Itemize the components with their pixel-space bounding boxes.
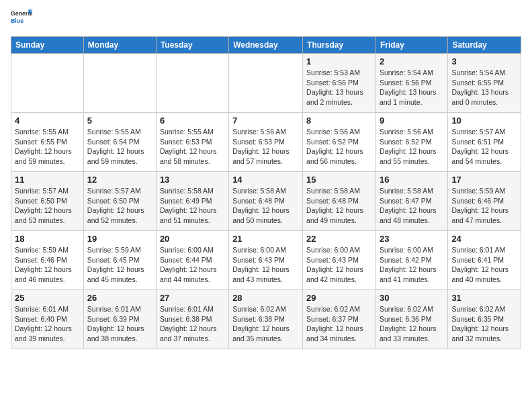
day-number: 11 (15, 175, 80, 185)
day-header-tuesday: Tuesday (156, 37, 228, 54)
calendar-cell: 22Sunrise: 6:00 AM Sunset: 6:43 PM Dayli… (303, 231, 376, 290)
day-number: 7 (232, 116, 299, 126)
day-info: Sunrise: 6:02 AM Sunset: 6:36 PM Dayligh… (380, 304, 444, 344)
day-number: 15 (306, 175, 372, 185)
day-info: Sunrise: 6:00 AM Sunset: 6:43 PM Dayligh… (232, 245, 299, 285)
day-number: 20 (160, 234, 225, 244)
day-number: 26 (87, 293, 152, 303)
day-number: 19 (87, 234, 152, 244)
calendar-cell (11, 54, 84, 113)
calendar-cell: 18Sunrise: 5:59 AM Sunset: 6:46 PM Dayli… (11, 231, 84, 290)
day-number: 8 (306, 116, 372, 126)
day-info: Sunrise: 6:01 AM Sunset: 6:41 PM Dayligh… (451, 245, 517, 285)
calendar-cell: 20Sunrise: 6:00 AM Sunset: 6:44 PM Dayli… (156, 231, 228, 290)
day-header-thursday: Thursday (303, 37, 376, 54)
day-number: 1 (306, 56, 372, 66)
calendar-cell: 27Sunrise: 6:01 AM Sunset: 6:38 PM Dayli… (156, 290, 228, 349)
calendar-cell: 1Sunrise: 5:53 AM Sunset: 6:56 PM Daylig… (303, 54, 376, 113)
day-info: Sunrise: 6:02 AM Sunset: 6:38 PM Dayligh… (232, 304, 299, 344)
calendar-cell: 2Sunrise: 5:54 AM Sunset: 6:56 PM Daylig… (375, 54, 447, 113)
day-info: Sunrise: 6:02 AM Sunset: 6:35 PM Dayligh… (451, 304, 517, 344)
day-number: 2 (380, 56, 444, 66)
day-info: Sunrise: 6:00 AM Sunset: 6:44 PM Dayligh… (160, 245, 225, 285)
calendar-week-5: 25Sunrise: 6:01 AM Sunset: 6:40 PM Dayli… (11, 290, 521, 349)
calendar-week-1: 1Sunrise: 5:53 AM Sunset: 6:56 PM Daylig… (11, 54, 521, 113)
day-info: Sunrise: 5:57 AM Sunset: 6:50 PM Dayligh… (87, 186, 152, 226)
day-header-sunday: Sunday (11, 37, 84, 54)
day-info: Sunrise: 5:57 AM Sunset: 6:51 PM Dayligh… (451, 127, 517, 167)
day-number: 6 (160, 116, 225, 126)
day-info: Sunrise: 5:58 AM Sunset: 6:47 PM Dayligh… (380, 186, 444, 226)
calendar-cell: 4Sunrise: 5:55 AM Sunset: 6:55 PM Daylig… (11, 113, 84, 172)
day-number: 17 (451, 175, 517, 185)
calendar-cell: 10Sunrise: 5:57 AM Sunset: 6:51 PM Dayli… (448, 113, 521, 172)
day-info: Sunrise: 5:59 AM Sunset: 6:45 PM Dayligh… (87, 245, 152, 285)
calendar-cell (156, 54, 228, 113)
calendar-cell: 14Sunrise: 5:58 AM Sunset: 6:48 PM Dayli… (229, 172, 303, 231)
calendar-cell: 19Sunrise: 5:59 AM Sunset: 6:45 PM Dayli… (83, 231, 156, 290)
calendar-cell: 8Sunrise: 5:56 AM Sunset: 6:52 PM Daylig… (303, 113, 376, 172)
day-number: 29 (306, 293, 372, 303)
calendar-cell: 16Sunrise: 5:58 AM Sunset: 6:47 PM Dayli… (375, 172, 447, 231)
calendar-cell: 30Sunrise: 6:02 AM Sunset: 6:36 PM Dayli… (375, 290, 447, 349)
calendar-cell: 12Sunrise: 5:57 AM Sunset: 6:50 PM Dayli… (83, 172, 156, 231)
day-number: 22 (306, 234, 372, 244)
day-number: 28 (232, 293, 299, 303)
day-header-saturday: Saturday (448, 37, 521, 54)
calendar-cell: 11Sunrise: 5:57 AM Sunset: 6:50 PM Dayli… (11, 172, 84, 231)
logo-icon: General Blue (11, 8, 32, 30)
calendar-cell: 28Sunrise: 6:02 AM Sunset: 6:38 PM Dayli… (229, 290, 303, 349)
day-info: Sunrise: 5:58 AM Sunset: 6:48 PM Dayligh… (232, 186, 299, 226)
day-number: 18 (15, 234, 80, 244)
day-info: Sunrise: 5:53 AM Sunset: 6:56 PM Dayligh… (306, 68, 372, 107)
day-info: Sunrise: 6:00 AM Sunset: 6:43 PM Dayligh… (306, 245, 372, 285)
day-header-monday: Monday (83, 37, 156, 54)
calendar-cell: 26Sunrise: 6:01 AM Sunset: 6:39 PM Dayli… (83, 290, 156, 349)
day-number: 5 (87, 116, 152, 126)
day-info: Sunrise: 5:56 AM Sunset: 6:52 PM Dayligh… (306, 127, 372, 167)
day-info: Sunrise: 5:54 AM Sunset: 6:55 PM Dayligh… (451, 68, 517, 107)
day-number: 10 (451, 116, 517, 126)
day-header-wednesday: Wednesday (229, 37, 303, 54)
calendar-cell: 13Sunrise: 5:58 AM Sunset: 6:49 PM Dayli… (156, 172, 228, 231)
day-number: 24 (451, 234, 517, 244)
calendar-cell: 17Sunrise: 5:59 AM Sunset: 6:46 PM Dayli… (448, 172, 521, 231)
calendar-cell: 6Sunrise: 5:55 AM Sunset: 6:53 PM Daylig… (156, 113, 228, 172)
day-info: Sunrise: 5:55 AM Sunset: 6:53 PM Dayligh… (160, 127, 225, 167)
calendar-cell: 5Sunrise: 5:55 AM Sunset: 6:54 PM Daylig… (83, 113, 156, 172)
calendar-cell (229, 54, 303, 113)
day-info: Sunrise: 5:57 AM Sunset: 6:50 PM Dayligh… (15, 186, 80, 226)
day-info: Sunrise: 5:55 AM Sunset: 6:55 PM Dayligh… (15, 127, 80, 167)
calendar-cell: 25Sunrise: 6:01 AM Sunset: 6:40 PM Dayli… (11, 290, 84, 349)
calendar-cell: 29Sunrise: 6:02 AM Sunset: 6:37 PM Dayli… (303, 290, 376, 349)
calendar-cell: 9Sunrise: 5:56 AM Sunset: 6:52 PM Daylig… (375, 113, 447, 172)
day-number: 23 (380, 234, 444, 244)
calendar-week-4: 18Sunrise: 5:59 AM Sunset: 6:46 PM Dayli… (11, 231, 521, 290)
calendar-header-row: SundayMondayTuesdayWednesdayThursdayFrid… (11, 37, 521, 54)
day-info: Sunrise: 5:56 AM Sunset: 6:53 PM Dayligh… (232, 127, 299, 167)
svg-text:Blue: Blue (11, 17, 24, 24)
day-number: 4 (15, 116, 80, 126)
day-number: 21 (232, 234, 299, 244)
day-info: Sunrise: 5:59 AM Sunset: 6:46 PM Dayligh… (451, 186, 517, 226)
calendar-cell: 31Sunrise: 6:02 AM Sunset: 6:35 PM Dayli… (448, 290, 521, 349)
calendar-cell: 23Sunrise: 6:00 AM Sunset: 6:42 PM Dayli… (375, 231, 447, 290)
day-number: 13 (160, 175, 225, 185)
day-number: 12 (87, 175, 152, 185)
calendar-week-2: 4Sunrise: 5:55 AM Sunset: 6:55 PM Daylig… (11, 113, 521, 172)
calendar-cell (83, 54, 156, 113)
day-info: Sunrise: 5:55 AM Sunset: 6:54 PM Dayligh… (87, 127, 152, 167)
day-header-friday: Friday (375, 37, 447, 54)
day-number: 14 (232, 175, 299, 185)
calendar-cell: 15Sunrise: 5:58 AM Sunset: 6:48 PM Dayli… (303, 172, 376, 231)
calendar-table: SundayMondayTuesdayWednesdayThursdayFrid… (11, 36, 521, 349)
day-info: Sunrise: 5:56 AM Sunset: 6:52 PM Dayligh… (380, 127, 444, 167)
calendar-cell: 3Sunrise: 5:54 AM Sunset: 6:55 PM Daylig… (448, 54, 521, 113)
day-number: 30 (380, 293, 444, 303)
calendar-cell: 7Sunrise: 5:56 AM Sunset: 6:53 PM Daylig… (229, 113, 303, 172)
page-container: General Blue SundayMondayTuesdayWednesda… (0, 0, 532, 355)
logo: General Blue (11, 8, 32, 30)
calendar-cell: 24Sunrise: 6:01 AM Sunset: 6:41 PM Dayli… (448, 231, 521, 290)
day-info: Sunrise: 5:54 AM Sunset: 6:56 PM Dayligh… (380, 68, 444, 107)
day-info: Sunrise: 5:59 AM Sunset: 6:46 PM Dayligh… (15, 245, 80, 285)
